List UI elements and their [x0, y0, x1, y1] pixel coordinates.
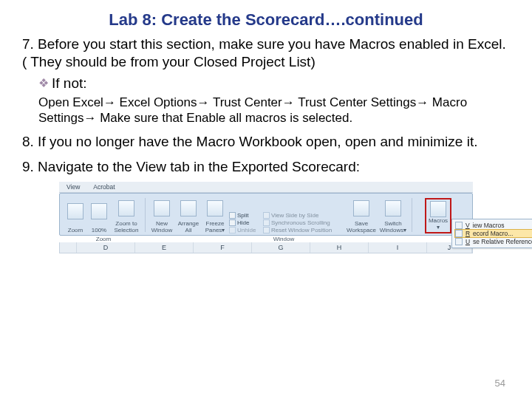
new-window-button[interactable]: NewWindow: [151, 221, 172, 233]
unhide-button[interactable]: Unhide: [229, 227, 256, 233]
tab-view[interactable]: View: [66, 183, 80, 191]
col-g[interactable]: G: [252, 242, 310, 253]
col-f[interactable]: F: [194, 242, 252, 253]
worksheet-column-headers: D E F G H I J: [59, 242, 473, 253]
switch-windows-icon[interactable]: [385, 200, 401, 216]
arrange-all-button[interactable]: ArrangeAll: [178, 221, 199, 233]
zoom-selection-icon[interactable]: [118, 200, 134, 216]
freeze-panes-button[interactable]: FreezePanes▾: [205, 221, 225, 233]
col-e[interactable]: E: [135, 242, 194, 253]
col-i[interactable]: I: [369, 242, 427, 253]
sync-scrolling-button[interactable]: Synchronous Scrolling: [263, 219, 332, 226]
reset-window-pos-button[interactable]: Reset Window Position: [263, 227, 332, 233]
split-button[interactable]: Split: [229, 212, 256, 219]
step-8: 8. If you no longer have the Macro Workb…: [22, 133, 510, 151]
window-group-label: Window: [143, 236, 424, 242]
macros-icon[interactable]: [430, 201, 446, 217]
col-d[interactable]: D: [77, 242, 135, 253]
view-side-by-side-button[interactable]: View Side by Side: [263, 212, 332, 219]
zoom-selection-button[interactable]: Zoom toSelection: [115, 221, 139, 233]
zoom-group-label: Zoom: [64, 236, 143, 242]
page-number: 54: [495, 378, 505, 389]
macros-highlight-box: Macros▾ View Macros Record Macro... Use …: [425, 198, 451, 233]
ribbon-tab-strip: View Acrobat: [59, 182, 473, 193]
zoom-icon[interactable]: [67, 203, 83, 219]
col-h[interactable]: H: [310, 242, 369, 253]
step-9: 9. Navigate to the View tab in the Expor…: [22, 158, 510, 176]
if-not-bullet: ❖ If not:: [38, 75, 510, 92]
new-window-icon[interactable]: [154, 200, 170, 216]
macro-enable-path: Open Excel→ Excel Options→ Trust Center→…: [38, 95, 510, 126]
arrange-all-icon[interactable]: [180, 200, 197, 216]
if-not-label: If not:: [52, 75, 87, 92]
step-7: 7. Before you start this section, make s…: [22, 35, 510, 71]
macros-button[interactable]: Macros▾: [429, 218, 448, 231]
zoom-100-button[interactable]: 100%: [92, 228, 106, 233]
window-small-buttons: Split Hide Unhide: [229, 212, 256, 233]
hide-button[interactable]: Hide: [229, 219, 256, 226]
tab-acrobat[interactable]: Acrobat: [93, 183, 115, 191]
zoom-100-icon[interactable]: [91, 203, 107, 219]
excel-ribbon-figure: View Acrobat Zoom 100% Zoom toSelection …: [59, 182, 473, 253]
save-workspace-button[interactable]: SaveWorkspace: [347, 221, 376, 233]
save-workspace-icon[interactable]: [353, 200, 369, 216]
window-compare-buttons: View Side by Side Synchronous Scrolling …: [263, 212, 332, 233]
macros-dropdown-menu: View Macros Record Macro... Use Relative…: [451, 219, 532, 248]
zoom-button[interactable]: Zoom: [68, 228, 83, 233]
switch-windows-button[interactable]: SwitchWindows▾: [380, 221, 406, 233]
freeze-panes-icon[interactable]: [207, 200, 223, 216]
use-relative-refs-menu-item[interactable]: Use Relative References: [455, 237, 532, 246]
slide-title: Lab 8: Create the Scorecard….continued: [22, 10, 510, 30]
diamond-bullet-icon: ❖: [38, 75, 49, 92]
